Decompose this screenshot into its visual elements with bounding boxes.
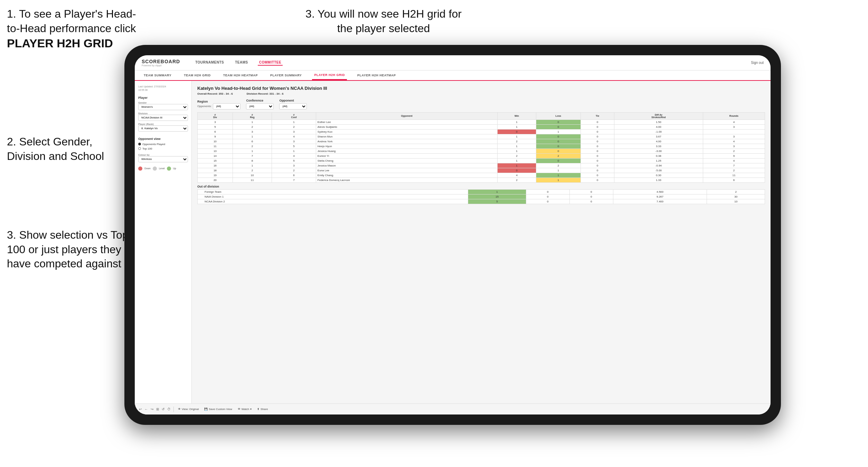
th-div: #Div [198, 112, 233, 120]
table-row: 13 1 1 Jessica Huang 1 0 0 -3.00 2 [198, 149, 765, 153]
division-select[interactable]: NCAA Division III NCAA Division I NCAA D… [138, 115, 188, 121]
opponent-filter[interactable]: (All) [279, 103, 307, 109]
instruction-step2: 2. Select Gender, Division and School [7, 135, 128, 163]
table-row: 16 1 3 Jessica Mason 1 2 0 -0.94 7 [198, 163, 765, 168]
colour-by-label: Colour by [138, 154, 188, 156]
app-header: SCOREBOARD Powered by clippd TOURNAMENTS… [135, 55, 771, 70]
table-row: 9 1 4 Sharon Mun 1 0 0 3.67 3 [198, 134, 765, 139]
subnav-team-summary[interactable]: TEAM SUMMARY [142, 70, 173, 80]
save-custom-btn[interactable]: 💾 Save Custom View [203, 407, 233, 411]
table-row: 10 6 3 Andrea York 2 0 0 4.00 4 [198, 139, 765, 144]
player-rank-label: Player (Rank) [138, 123, 188, 125]
division-label: Division [138, 112, 188, 115]
colour-dot-down [138, 166, 142, 171]
subnav-player-h2h-grid[interactable]: PLAYER H2H GRID [312, 70, 347, 80]
toolbar-back[interactable]: ← [144, 407, 148, 411]
colour-by-section: Colour by Win/loss Down Level Up [138, 154, 188, 171]
nav-tournaments[interactable]: TOURNAMENTS [194, 60, 225, 66]
tablet-frame: SCOREBOARD Powered by clippd TOURNAMENTS… [124, 45, 781, 425]
out-of-division-table: Foreign Team 1 0 0 4.500 2 NAIA Division… [197, 189, 765, 204]
instruction-step3-top: 3. You will now see H2H grid for the pla… [301, 7, 466, 36]
main-content: Last Updated: 27/03/2024 16:55:38 Player… [135, 81, 771, 414]
h2h-title: Katelyn Vo Head-to-Head Grid for Women's… [197, 86, 765, 91]
table-row: 14 7 4 Eunice Yi 2 2 0 0.38 9 [198, 153, 765, 158]
th-reg: #Reg [233, 112, 272, 120]
toolbar-grid[interactable]: ⊞ [156, 407, 159, 411]
table-row: NAIA Division 1 15 0 0 9.267 30 [198, 194, 765, 199]
th-tie: Tie [581, 112, 614, 120]
region-filter-label: Region [197, 100, 240, 103]
filter-row: Region Opponents: (All) Conference (All) [197, 99, 765, 109]
table-row: 19 10 6 Emily Chang 4 1 0 0.30 11 [198, 173, 765, 178]
radio-dot-top100 [138, 147, 141, 150]
last-updated: Last Updated: 27/03/2024 16:55:38 [138, 85, 188, 92]
th-opponent: Opponent [316, 112, 497, 120]
table-row: 6 3 3 Sydney Kuo 0 1 0 -1.00 [198, 129, 765, 134]
main-nav: TOURNAMENTS TEAMS COMMITTEE [194, 60, 740, 66]
radio-opponents-played[interactable]: Opponents Played [138, 143, 188, 146]
th-diff: Diff AvStrokes/Rnd [614, 112, 703, 120]
bottom-toolbar: ↩ ← ↪ ⊞ ↺ ⏱ 👁 View: Original 💾 Save Cust… [135, 403, 771, 414]
table-row: 3 1 1 Esther Lee 1 0 0 1.50 4 [198, 120, 765, 124]
sign-out-link[interactable]: Sign out [751, 61, 764, 65]
share-btn[interactable]: ⬆ Share [256, 407, 269, 411]
opponent-filter-label: Opponent [279, 99, 307, 102]
gender-label: Gender [138, 102, 188, 104]
subnav-team-h2h-heatmap[interactable]: TEAM H2H HEATMAP [221, 70, 260, 80]
colour-dot-level [153, 166, 157, 171]
h2h-table: #Div #Reg #Conf Opponent Win Loss Tie Di… [197, 112, 765, 183]
view-original-btn[interactable]: 👁 View: Original [177, 407, 200, 411]
table-row: NCAA Division 2 5 0 0 7.400 10 [198, 199, 765, 204]
nav-teams[interactable]: TEAMS [234, 60, 249, 66]
right-content: Katelyn Vo Head-to-Head Grid for Women's… [192, 81, 771, 414]
sub-nav: TEAM SUMMARY TEAM H2H GRID TEAM H2H HEAT… [135, 70, 771, 81]
records-row: Overall Record: 353 - 34 - 6 Division Re… [197, 92, 765, 95]
nav-committee[interactable]: COMMITTEE [258, 60, 283, 66]
th-win: Win [498, 112, 536, 120]
conference-filter-label: Conference [246, 99, 274, 102]
conference-filter[interactable]: (All) [246, 103, 274, 109]
table-row: Foreign Team 1 0 0 4.500 2 [198, 189, 765, 194]
subnav-player-h2h-heatmap[interactable]: PLAYER H2H HEATMAP [355, 70, 398, 80]
table-header-row: #Div #Reg #Conf Opponent Win Loss Tie Di… [198, 112, 765, 120]
table-row: 5 2 2 Alexis Sudjianto 1 0 0 4.00 3 [198, 124, 765, 129]
toolbar-undo[interactable]: ↩ [139, 407, 142, 411]
colour-legend: Down Level Up [138, 166, 188, 171]
toolbar-redo[interactable]: ↪ [151, 407, 153, 411]
instruction-step3-bottom: 3. Show selection vs Top 100 or just pla… [7, 228, 135, 271]
left-panel: Last Updated: 27/03/2024 16:55:38 Player… [135, 81, 192, 414]
tablet-screen: SCOREBOARD Powered by clippd TOURNAMENTS… [135, 55, 771, 414]
colour-dot-up [167, 166, 171, 171]
subnav-team-h2h-grid[interactable]: TEAM H2H GRID [182, 70, 213, 80]
instruction-step1: 1. To see a Player's Head-to-Head perfor… [7, 7, 138, 51]
th-loss: Loss [536, 112, 581, 120]
scoreboard-logo: SCOREBOARD Powered by clippd [142, 59, 180, 67]
opponent-view-title: Opponent view [138, 137, 188, 141]
opponents-filter[interactable]: (All) [213, 103, 240, 109]
opponent-view-section: Opponent view Opponents Played Top 100 [138, 137, 188, 150]
th-conf: #Conf [272, 112, 316, 120]
table-row: 20 11 7 Federica Domecq Lacroze 2 1 0 1.… [198, 178, 765, 182]
table-row: 18 2 2 Euna Lee 0 1 0 -5.00 2 [198, 168, 765, 173]
radio-dot-opponents [138, 143, 141, 145]
toolbar-clock[interactable]: ⏱ [167, 407, 171, 411]
watch-btn[interactable]: 👁 Watch ▾ [236, 407, 253, 411]
colour-by-select[interactable]: Win/loss [138, 156, 188, 162]
toolbar-refresh[interactable]: ↺ [162, 407, 164, 411]
table-row: 11 2 5 Heejo Hyun 1 0 0 3.33 3 [198, 144, 765, 149]
th-rounds: Rounds [703, 112, 765, 120]
player-section-title: Player [138, 96, 188, 99]
gender-select[interactable]: Women's Men's [138, 104, 188, 110]
radio-top-100[interactable]: Top 100 [138, 147, 188, 150]
subnav-player-summary[interactable]: PLAYER SUMMARY [268, 70, 304, 80]
player-rank-select[interactable]: 8. Katelyn Vo [138, 125, 188, 132]
out-of-division-header: Out of division [197, 183, 765, 189]
table-row: 15 8 5 Stella Cheng 1 0 0 1.25 4 [198, 158, 765, 163]
